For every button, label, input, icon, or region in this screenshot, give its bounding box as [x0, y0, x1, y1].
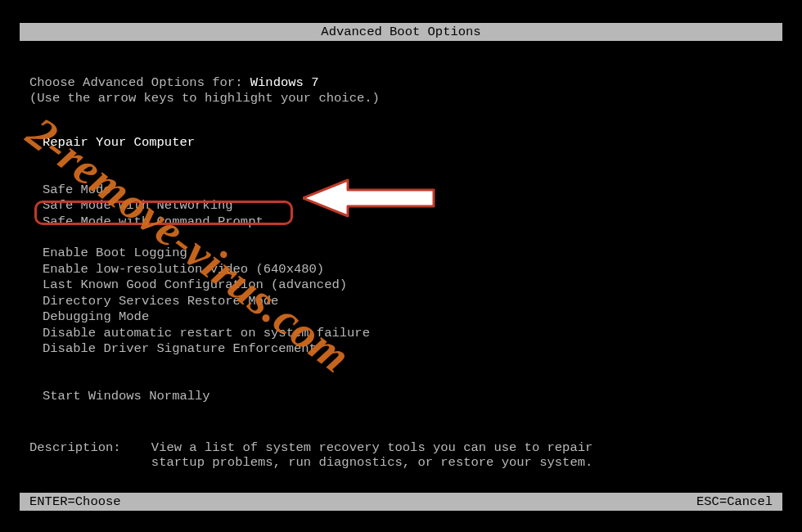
footer-bar: ENTER=Choose ESC=Cancel	[20, 493, 782, 511]
menu-directory-services[interactable]: Directory Services Restore Mode	[43, 294, 782, 310]
hint-line: (Use the arrow keys to highlight your ch…	[29, 91, 782, 106]
menu-start-normally[interactable]: Start Windows Normally	[43, 389, 782, 405]
menu-safe-mode-command-prompt[interactable]: Safe Mode with Command Prompt	[43, 214, 782, 231]
menu-safe-mode-networking[interactable]: Safe Mode with Networking	[43, 198, 782, 214]
footer-enter: ENTER=Choose	[29, 494, 121, 509]
menu-repair-computer[interactable]: Repair Your Computer	[43, 135, 782, 151]
description-block: Description: View a list of system recov…	[29, 440, 782, 470]
description-label: Description:	[29, 440, 151, 470]
boot-menu: Repair Your Computer Safe Mode Safe Mode…	[43, 135, 782, 404]
menu-disable-auto-restart[interactable]: Disable automatic restart on system fail…	[43, 326, 782, 342]
page-title: Advanced Boot Options	[321, 25, 480, 39]
menu-boot-logging[interactable]: Enable Boot Logging	[43, 246, 782, 262]
choose-line: Choose Advanced Options for: Windows 7	[29, 75, 782, 90]
os-name: Windows 7	[250, 75, 319, 90]
menu-low-res-video[interactable]: Enable low-resolution video (640x480)	[43, 262, 782, 278]
menu-last-known-good[interactable]: Last Known Good Configuration (advanced)	[43, 277, 782, 294]
menu-safe-mode[interactable]: Safe Mode	[43, 183, 782, 199]
menu-debugging-mode[interactable]: Debugging Mode	[43, 309, 782, 326]
menu-disable-driver-sig[interactable]: Disable Driver Signature Enforcement	[43, 341, 782, 358]
description-text: View a list of system recovery tools you…	[151, 440, 593, 470]
footer-esc: ESC=Cancel	[696, 494, 773, 509]
choose-prefix: Choose Advanced Options for:	[29, 75, 250, 90]
title-bar: Advanced Boot Options	[20, 23, 782, 41]
